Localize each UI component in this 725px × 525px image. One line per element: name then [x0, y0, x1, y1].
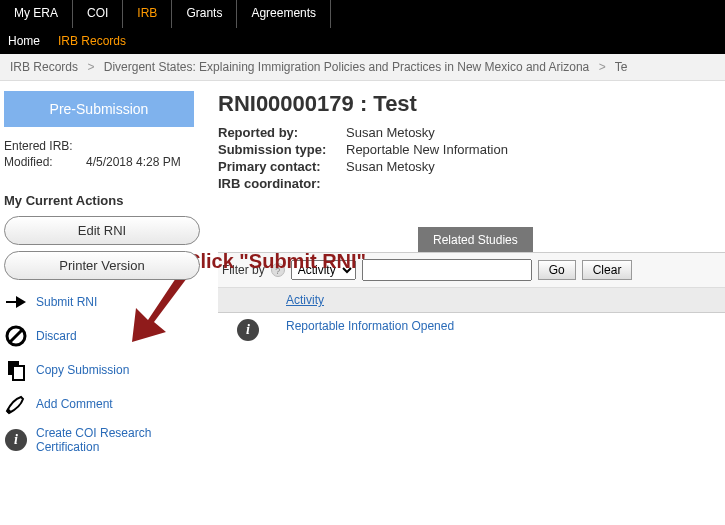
no-entry-icon — [4, 324, 28, 348]
tab-irb[interactable]: IRB — [123, 0, 172, 28]
arrow-right-icon — [4, 290, 28, 314]
entered-irb-label: Entered IRB: — [4, 139, 86, 153]
sub-nav: Home IRB Records — [0, 28, 725, 54]
modified-value: 4/5/2018 4:28 PM — [86, 155, 181, 169]
crumb-2[interactable]: Te — [615, 60, 628, 74]
primary-contact-value: Susan Metosky — [346, 159, 435, 174]
modified-label: Modified: — [4, 155, 86, 169]
row-info-icon[interactable]: i — [237, 319, 259, 341]
help-icon[interactable]: ? — [271, 263, 285, 277]
copy-icon — [4, 358, 28, 382]
crumb-1[interactable]: Divergent States: Explaining Immigration… — [104, 60, 590, 74]
subnav-irb-records[interactable]: IRB Records — [58, 34, 126, 48]
action-label: Create COI Research Certification — [36, 426, 176, 454]
crumb-0[interactable]: IRB Records — [10, 60, 78, 74]
action-label: Discard — [36, 329, 77, 343]
submission-type-label: Submission type: — [218, 142, 346, 157]
record-title: RNI00000179 : Test — [218, 91, 725, 117]
printer-version-button[interactable]: Printer Version — [4, 251, 200, 280]
top-nav: My ERA COI IRB Grants Agreements — [0, 0, 725, 28]
svg-rect-3 — [13, 366, 24, 380]
tab-grants[interactable]: Grants — [172, 0, 237, 28]
grid-header: Activity — [218, 288, 725, 313]
action-discard[interactable]: Discard — [4, 324, 200, 348]
subnav-home[interactable]: Home — [8, 34, 40, 48]
record-tabs: Related Studies — [218, 227, 725, 253]
irb-coordinator-label: IRB coordinator: — [218, 176, 346, 191]
pencil-icon — [4, 392, 28, 416]
grid-row[interactable]: i Reportable Information Opened — [218, 313, 725, 347]
row-activity-text: Reportable Information Opened — [278, 319, 725, 341]
action-label: Add Comment — [36, 397, 113, 411]
action-add-comment[interactable]: Add Comment — [4, 392, 200, 416]
filter-label: Filter by — [222, 263, 265, 277]
reported-by-label: Reported by: — [218, 125, 346, 140]
breadcrumb: IRB Records > Divergent States: Explaini… — [0, 54, 725, 81]
action-submit-rni[interactable]: Submit RNI — [4, 290, 200, 314]
action-label: Submit RNI — [36, 295, 97, 309]
go-button[interactable]: Go — [538, 260, 576, 280]
info-icon: i — [4, 428, 28, 452]
clear-button[interactable]: Clear — [582, 260, 633, 280]
tab-related-studies[interactable]: Related Studies — [418, 227, 533, 252]
tab-my-era[interactable]: My ERA — [0, 0, 73, 28]
col-activity[interactable]: Activity — [278, 288, 725, 312]
filter-bar: Filter by ? Activity Go Clear — [218, 253, 725, 288]
svg-line-1 — [10, 330, 22, 342]
filter-input[interactable] — [362, 259, 532, 281]
status-badge[interactable]: Pre-Submission — [4, 91, 194, 127]
tab-agreements[interactable]: Agreements — [237, 0, 331, 28]
edit-rni-button[interactable]: Edit RNI — [4, 216, 200, 245]
filter-dropdown[interactable]: Activity — [291, 260, 356, 280]
submission-type-value: Reportable New Information — [346, 142, 508, 157]
action-label: Copy Submission — [36, 363, 129, 377]
tab-coi[interactable]: COI — [73, 0, 123, 28]
actions-header: My Current Actions — [4, 193, 200, 208]
action-copy-submission[interactable]: Copy Submission — [4, 358, 200, 382]
reported-by-value: Susan Metosky — [346, 125, 435, 140]
primary-contact-label: Primary contact: — [218, 159, 346, 174]
action-create-coi[interactable]: i Create COI Research Certification — [4, 426, 200, 454]
